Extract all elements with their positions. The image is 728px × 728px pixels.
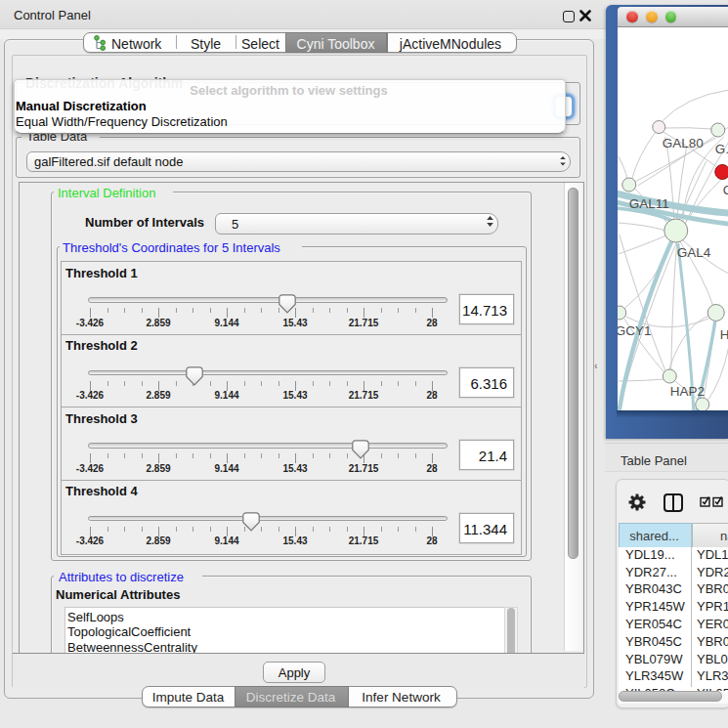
svg-text:G.: G. [714,142,728,156]
svg-text:GCY1: GCY1 [618,323,652,338]
svg-text:C: C [722,183,728,197]
svg-text:GAL11: GAL11 [628,196,668,211]
svg-text:GAL80: GAL80 [662,136,703,150]
svg-text:GAL4: GAL4 [676,245,710,260]
svg-text:H: H [719,327,728,342]
svg-text:HAP2: HAP2 [669,384,704,399]
